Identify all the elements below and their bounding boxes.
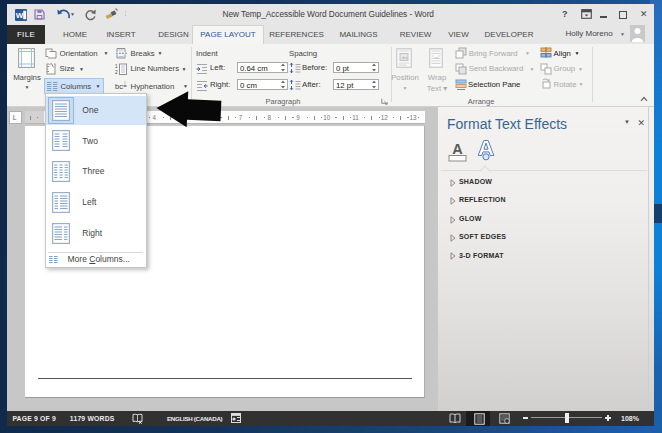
- svg-text:1: 1: [115, 64, 118, 69]
- svg-text:2: 2: [115, 69, 118, 74]
- svg-text:bc: bc: [115, 82, 123, 91]
- svg-text:W: W: [16, 11, 24, 20]
- svg-text:A: A: [452, 141, 463, 157]
